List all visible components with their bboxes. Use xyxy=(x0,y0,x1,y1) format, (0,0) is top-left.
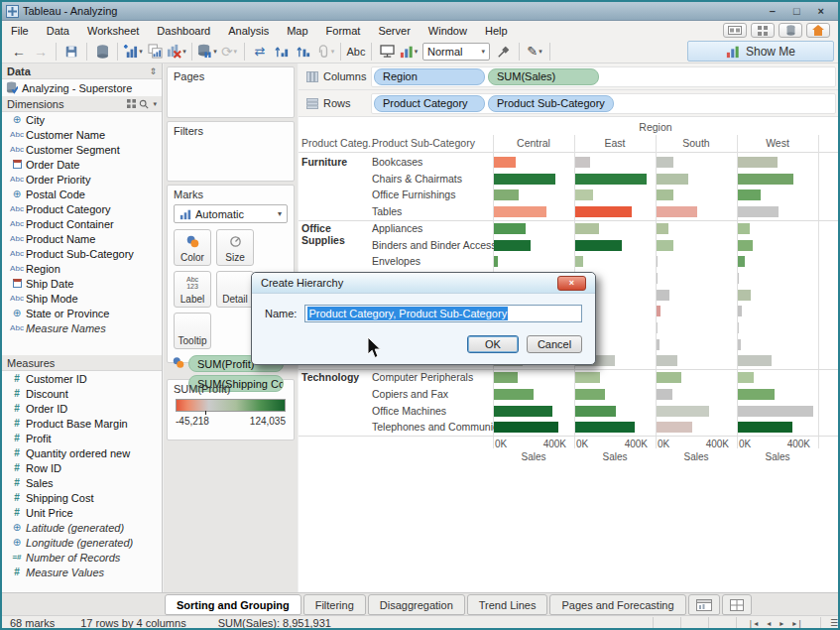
menu-format[interactable]: Format xyxy=(317,23,370,39)
sheet-tab[interactable]: Sorting and Grouping xyxy=(165,594,301,615)
chart-bar[interactable] xyxy=(738,339,741,350)
maximize-button[interactable]: □ xyxy=(793,5,800,17)
minimize-button[interactable]: – xyxy=(770,5,776,17)
shelf-pill[interactable]: SUM(Sales) xyxy=(488,68,599,85)
category-label[interactable]: Office Supplies xyxy=(301,222,367,246)
clear-sheet-button[interactable]: ▾ xyxy=(167,42,186,62)
home-button[interactable] xyxy=(806,23,830,38)
tooltip-button[interactable]: Tooltip xyxy=(174,313,211,349)
chart-bar[interactable] xyxy=(494,157,516,168)
measure-field-item[interactable]: #Row ID xyxy=(2,460,162,475)
show-me-toolbar-button[interactable]: ▾ xyxy=(399,42,419,62)
chart-bar[interactable] xyxy=(738,273,739,284)
refresh-button[interactable]: ⟳▾ xyxy=(219,42,239,62)
chart-bar[interactable] xyxy=(657,339,660,350)
chart-bar[interactable] xyxy=(494,206,546,217)
chart-bar[interactable] xyxy=(738,422,792,433)
sheet-tab[interactable]: Pages and Forecasting xyxy=(549,594,685,615)
subcategory-label[interactable]: Telephones and Communication xyxy=(372,421,497,434)
region-header[interactable]: East xyxy=(574,137,656,150)
shelf-pill[interactable]: Product Sub-Category xyxy=(488,95,614,112)
rows-shelf[interactable]: Rows Product CategoryProduct Sub-Categor… xyxy=(299,90,840,117)
menu-worksheet[interactable]: Worksheet xyxy=(78,23,148,39)
caret-down-icon[interactable]: ▾ xyxy=(153,100,157,108)
chart-bar[interactable] xyxy=(575,256,583,267)
subcategory-label[interactable]: Bookcases xyxy=(372,156,497,169)
dimension-field-item[interactable]: AbcProduct Sub-Category xyxy=(2,246,162,261)
chart-bar[interactable] xyxy=(494,372,518,383)
chart-bar[interactable] xyxy=(657,306,660,316)
fit-dropdown[interactable]: Normal▾ xyxy=(422,43,490,61)
chart-bar[interactable] xyxy=(738,322,739,333)
chart-bar[interactable] xyxy=(738,389,775,400)
first-page-icon[interactable]: ❘◂ xyxy=(747,619,758,628)
dimension-field-item[interactable]: AbcCustomer Name xyxy=(2,127,162,142)
chart-bar[interactable] xyxy=(575,206,632,217)
hierarchy-name-input[interactable]: Product Category, Product Sub-Category xyxy=(304,305,582,322)
show-mark-labels-button[interactable]: Abc xyxy=(346,42,366,62)
measure-field-item[interactable]: #Profit xyxy=(2,431,162,445)
chart-bar[interactable] xyxy=(657,389,672,400)
panel-toggle-icon[interactable]: ⇕ xyxy=(149,66,157,76)
dialog-title-bar[interactable]: Create Hierarchy × xyxy=(252,273,595,294)
group-members-button[interactable]: ▾ xyxy=(315,42,335,62)
chart-bar[interactable] xyxy=(657,322,658,333)
axis-title[interactable]: Sales xyxy=(493,451,574,463)
new-dashboard-tab[interactable] xyxy=(722,594,752,615)
label-button[interactable]: Abc123Label xyxy=(174,271,211,308)
subcategory-label[interactable]: Tables xyxy=(372,205,497,218)
chart-bar[interactable] xyxy=(657,223,668,234)
subcategory-label[interactable]: Copiers and Fax xyxy=(372,388,497,401)
chart-bar[interactable] xyxy=(575,223,599,234)
grid-view-button[interactable] xyxy=(751,23,775,38)
chart-bar[interactable] xyxy=(575,372,600,383)
dimension-field-item[interactable]: ⊕Postal Code xyxy=(2,187,162,201)
chart-bar[interactable] xyxy=(657,256,658,267)
chart-bar[interactable] xyxy=(575,240,622,251)
save-button[interactable] xyxy=(61,42,81,62)
row-header-category[interactable]: Product Categ.. xyxy=(301,137,371,150)
chart-bar[interactable] xyxy=(738,406,813,417)
chart-bar[interactable] xyxy=(494,223,526,234)
filmstrip-view-button[interactable] xyxy=(723,23,747,38)
category-label[interactable]: Technology xyxy=(301,371,367,383)
menu-server[interactable]: Server xyxy=(369,23,419,39)
chart-bar[interactable] xyxy=(657,422,692,433)
subcategory-label[interactable]: Appliances xyxy=(372,222,497,235)
chart-bar[interactable] xyxy=(575,422,635,433)
dimension-field-item[interactable]: AbcProduct Category xyxy=(2,201,162,216)
chart-bar[interactable] xyxy=(738,206,779,217)
shelf-pill[interactable]: Product Category xyxy=(374,95,485,112)
dialog-close-button[interactable]: × xyxy=(557,276,586,291)
chart-bar[interactable] xyxy=(494,256,498,267)
menu-data[interactable]: Data xyxy=(38,23,78,39)
subcategory-label[interactable]: Envelopes xyxy=(372,255,497,268)
view-as-grid-icon[interactable] xyxy=(127,99,136,108)
measure-field-item[interactable]: ⊕Longitude (generated) xyxy=(2,535,162,550)
menu-map[interactable]: Map xyxy=(278,23,316,39)
subcategory-label[interactable]: Binders and Binder Accessories xyxy=(372,239,497,252)
chart-bar[interactable] xyxy=(738,189,761,200)
fix-axes-button[interactable] xyxy=(494,42,514,62)
search-icon[interactable] xyxy=(139,99,149,109)
chart-bar[interactable] xyxy=(657,240,673,251)
size-button[interactable]: Size xyxy=(216,229,254,266)
chart-bar[interactable] xyxy=(494,174,555,185)
chart-bar[interactable] xyxy=(494,240,531,251)
chart-bar[interactable] xyxy=(575,189,593,200)
measure-field-item[interactable]: ⊕Latitude (generated) xyxy=(2,520,162,535)
sheet-tab[interactable]: Filtering xyxy=(303,594,366,615)
undo-button[interactable]: ← xyxy=(9,42,29,62)
subcategory-label[interactable]: Computer Peripherals xyxy=(372,371,497,384)
cancel-button[interactable]: Cancel xyxy=(527,335,582,353)
chart-bar[interactable] xyxy=(657,406,709,417)
subcategory-label[interactable]: Office Furnishings xyxy=(372,189,497,201)
color-button[interactable]: Color xyxy=(174,229,211,266)
menu-dashboard[interactable]: Dashboard xyxy=(148,23,219,39)
chart-bar[interactable] xyxy=(657,157,673,168)
new-worksheet-button[interactable]: ▾ xyxy=(123,42,143,62)
dimension-field-item[interactable]: AbcCustomer Segment xyxy=(2,142,162,157)
connect-data-button[interactable]: ▾ xyxy=(197,42,217,62)
pages-shelf[interactable]: Pages xyxy=(167,66,295,118)
annotate-button[interactable]: ✎▾ xyxy=(525,42,544,62)
